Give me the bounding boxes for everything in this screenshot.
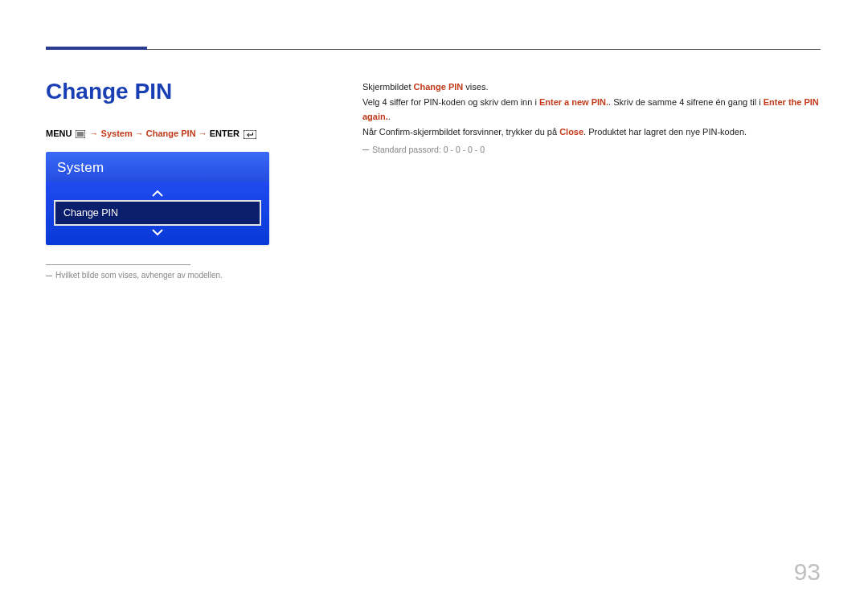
right-column: Skjermbildet Change PIN vises. Velg 4 si… <box>362 80 821 157</box>
osd-body: Change PIN <box>46 182 269 245</box>
page-number: 93 <box>794 558 821 586</box>
breadcrumb-menu-label: MENU <box>46 129 72 138</box>
chevron-up-icon <box>152 188 163 199</box>
text-fragment: Skjermbildet <box>362 82 414 92</box>
left-column: Change PIN MENU → System → Change PIN → … <box>46 80 311 281</box>
osd-scroll-down[interactable] <box>54 226 261 239</box>
breadcrumb-change-pin: Change PIN <box>146 129 196 138</box>
text-fragment: . Produktet har lagret den nye PIN-koden… <box>583 127 747 137</box>
left-footnote: Hvilket bilde som vises, avhenger av mod… <box>46 270 287 281</box>
osd-menu: System Change PIN <box>46 152 269 245</box>
text-fragment: . Skriv de samme 4 sifrene én gang til i <box>608 97 764 107</box>
body-line-3: Når Confirm-skjermbildet forsvinner, try… <box>362 125 821 140</box>
breadcrumb-arrow: → <box>135 129 144 138</box>
note-text: Standard passord: 0 - 0 - 0 - 0 <box>372 145 485 154</box>
text-fragment: . <box>388 112 391 121</box>
osd-header: System <box>46 152 269 182</box>
text-fragment: vises. <box>463 82 488 92</box>
breadcrumb-arrow: → <box>199 129 207 138</box>
accent-bar <box>46 47 147 50</box>
page-title: Change PIN <box>46 80 311 104</box>
breadcrumb: MENU → System → Change PIN → ENTER <box>46 129 311 141</box>
osd-scroll-up[interactable] <box>54 187 261 200</box>
default-password-note: Standard passord: 0 - 0 - 0 - 0 <box>362 143 821 157</box>
note-dash-icon <box>362 149 369 150</box>
manual-page: Change PIN MENU → System → Change PIN → … <box>0 0 868 613</box>
body-line-2: Velg 4 siffer for PIN-koden og skriv dem… <box>362 95 821 125</box>
osd-item-change-pin[interactable]: Change PIN <box>54 200 261 226</box>
text-highlight-change-pin: Change PIN <box>414 82 464 92</box>
text-highlight-enter-new-pin: Enter a new PIN. <box>539 97 608 107</box>
chevron-down-icon <box>152 227 163 238</box>
enter-icon <box>244 130 256 141</box>
body-line-1: Skjermbildet Change PIN vises. <box>362 80 821 95</box>
menu-icon <box>76 130 85 140</box>
text-fragment: Velg 4 siffer for PIN-koden og skriv dem… <box>362 97 539 107</box>
footnote-text: Hvilket bilde som vises, avhenger av mod… <box>55 271 223 280</box>
top-rule <box>147 49 821 50</box>
footnote-dash-icon <box>46 276 52 276</box>
breadcrumb-arrow: → <box>90 129 99 138</box>
breadcrumb-system: System <box>101 129 133 138</box>
footnote-divider <box>46 264 190 265</box>
breadcrumb-enter-label: ENTER <box>210 129 240 138</box>
text-fragment: Når Confirm-skjermbildet forsvinner, try… <box>362 127 559 137</box>
text-highlight-close: Close <box>559 127 583 137</box>
